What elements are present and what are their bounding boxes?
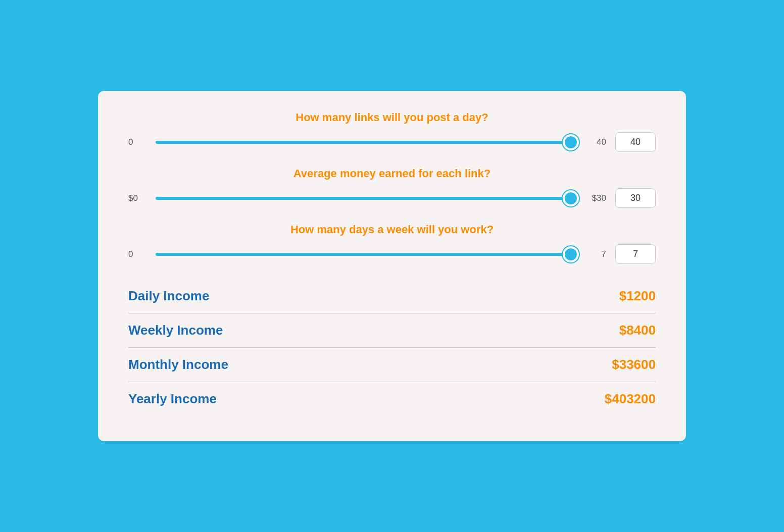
main-card: How many links will you post a day? 0 40… xyxy=(98,91,686,441)
links-value-box[interactable]: 40 xyxy=(615,132,656,152)
days-section: How many days a week will you work? 0 7 … xyxy=(128,223,656,264)
days-label: How many days a week will you work? xyxy=(128,223,656,236)
links-slider-container xyxy=(156,141,579,144)
yearly-income-label: Yearly Income xyxy=(128,391,217,407)
links-slider-row: 0 40 40 xyxy=(128,132,656,152)
results-section: Daily Income $1200 Weekly Income $8400 M… xyxy=(128,279,656,416)
money-slider-container xyxy=(156,197,579,200)
links-section: How many links will you post a day? 0 40… xyxy=(128,111,656,152)
links-min-label: 0 xyxy=(128,137,146,147)
daily-income-label: Daily Income xyxy=(128,288,209,304)
money-section: Average money earned for each link? $0 $… xyxy=(128,167,656,208)
monthly-income-label: Monthly Income xyxy=(128,357,228,373)
money-slider-row: $0 $30 30 xyxy=(128,188,656,208)
days-slider[interactable] xyxy=(156,253,579,256)
monthly-income-row: Monthly Income $33600 xyxy=(128,348,656,382)
money-value-box[interactable]: 30 xyxy=(615,188,656,208)
days-max-label: 7 xyxy=(588,249,606,259)
links-slider[interactable] xyxy=(156,141,579,144)
daily-income-row: Daily Income $1200 xyxy=(128,279,656,313)
outer-border: How many links will you post a day? 0 40… xyxy=(89,82,695,450)
monthly-income-value: $33600 xyxy=(612,357,656,373)
days-value-box[interactable]: 7 xyxy=(615,244,656,264)
links-label: How many links will you post a day? xyxy=(128,111,656,124)
days-min-label: 0 xyxy=(128,249,146,259)
yearly-income-row: Yearly Income $403200 xyxy=(128,382,656,416)
money-max-label: $30 xyxy=(588,193,606,203)
money-label: Average money earned for each link? xyxy=(128,167,656,180)
days-slider-row: 0 7 7 xyxy=(128,244,656,264)
money-min-label: $0 xyxy=(128,193,146,203)
money-slider[interactable] xyxy=(156,197,579,200)
links-max-label: 40 xyxy=(588,137,606,147)
weekly-income-label: Weekly Income xyxy=(128,323,223,338)
yearly-income-value: $403200 xyxy=(605,391,656,407)
weekly-income-value: $8400 xyxy=(619,323,656,338)
weekly-income-row: Weekly Income $8400 xyxy=(128,313,656,348)
daily-income-value: $1200 xyxy=(619,288,656,304)
days-slider-container xyxy=(156,253,579,256)
